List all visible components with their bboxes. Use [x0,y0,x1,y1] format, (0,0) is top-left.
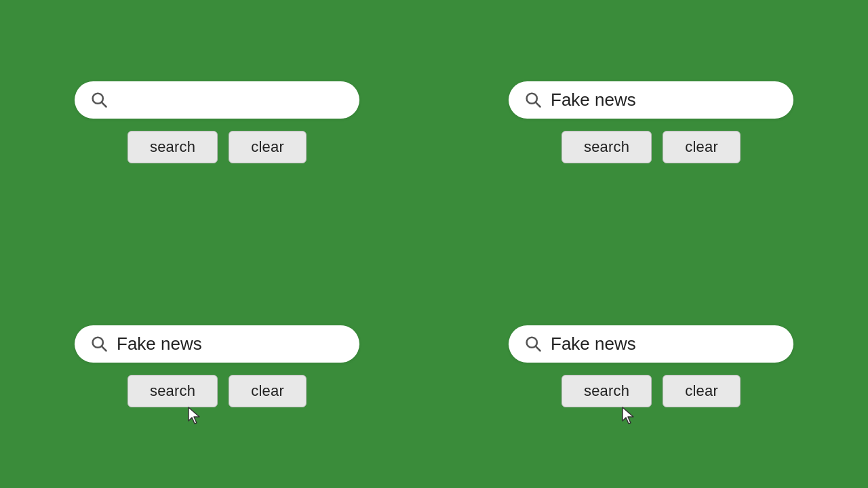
clear-button-top-right[interactable]: clear [663,131,741,163]
search-input-top-right[interactable] [551,89,778,110]
svg-marker-6 [189,407,199,424]
button-row-bottom-right: search clear [561,375,741,407]
search-input-bottom-right[interactable] [551,333,778,354]
search-input-bottom-left[interactable] [117,333,344,354]
search-input-top-left[interactable] [117,89,344,110]
svg-line-1 [102,102,106,106]
search-icon-bottom-left [90,334,108,353]
search-icon-bottom-right [524,334,542,353]
search-bar-bottom-right [509,325,793,363]
search-button-bottom-left[interactable]: search [127,375,218,407]
search-bar-top-right [509,81,793,119]
svg-line-5 [102,346,106,350]
svg-line-8 [536,346,540,350]
search-button-top-right[interactable]: search [561,131,652,163]
search-button-top-left[interactable]: search [127,131,218,163]
widget-bottom-right: search clear [509,325,793,407]
search-icon-top-right [524,90,542,109]
search-icon-top-left [90,90,108,109]
widget-top-right: search clear [509,81,793,163]
svg-line-3 [536,102,540,106]
search-bar-top-left [75,81,359,119]
clear-button-top-left[interactable]: clear [229,131,307,163]
clear-button-bottom-left[interactable]: clear [229,375,307,407]
button-row-top-left: search clear [127,131,307,163]
button-row-bottom-left: search clear [127,375,307,407]
widget-top-left: search clear [75,81,359,163]
search-button-bottom-right[interactable]: search [561,375,652,407]
button-row-top-right: search clear [561,131,741,163]
clear-button-bottom-right[interactable]: clear [663,375,741,407]
search-bar-bottom-left [75,325,359,363]
widget-bottom-left: search clear [75,325,359,407]
mouse-cursor-bottom-right [621,406,636,425]
svg-marker-9 [623,407,633,424]
mouse-cursor-bottom-left [187,406,202,425]
